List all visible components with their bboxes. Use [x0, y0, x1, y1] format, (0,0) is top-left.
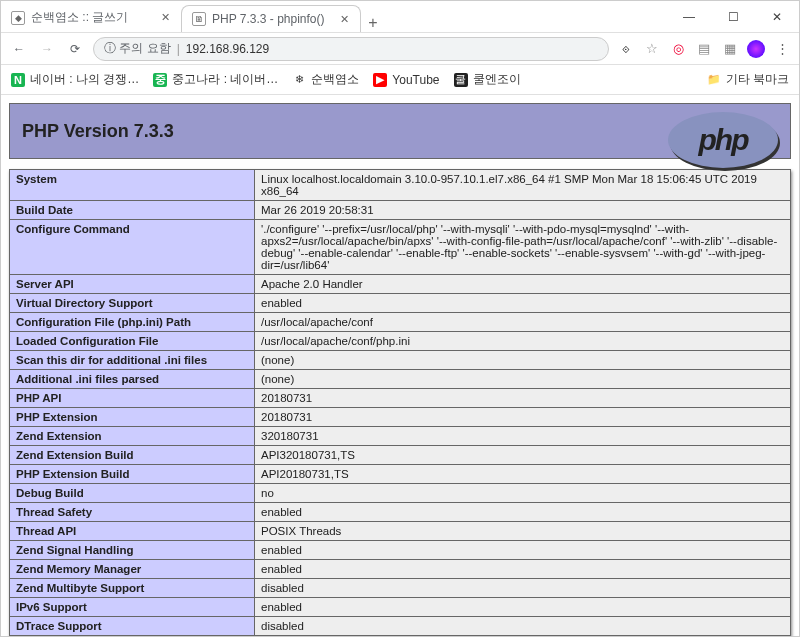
info-value: /usr/local/apache/conf — [255, 313, 791, 332]
info-key: IPv6 Support — [10, 598, 255, 617]
info-value: API320180731,TS — [255, 446, 791, 465]
info-value: no — [255, 484, 791, 503]
bookmark-label: 네이버 : 나의 경쟁… — [30, 71, 139, 88]
info-value: Linux localhost.localdomain 3.10.0-957.1… — [255, 170, 791, 201]
divider-icon: | — [177, 42, 180, 56]
bookmark-label: YouTube — [392, 73, 439, 87]
info-value: disabled — [255, 579, 791, 598]
extension-icon[interactable]: ▤ — [695, 40, 713, 58]
bookmark-label: 중고나라 : 네이버… — [172, 71, 278, 88]
table-row: Loaded Configuration File/usr/local/apac… — [10, 332, 791, 351]
info-key: Zend Multibyte Support — [10, 579, 255, 598]
bookmark-favicon-icon: 쿨 — [454, 73, 468, 87]
window-controls: — ☐ ✕ — [667, 1, 799, 32]
minimize-button[interactable]: — — [667, 1, 711, 32]
info-value: enabled — [255, 503, 791, 522]
table-row: DTrace Supportdisabled — [10, 617, 791, 636]
info-value: enabled — [255, 294, 791, 313]
info-key: Loaded Configuration File — [10, 332, 255, 351]
info-value: /usr/local/apache/conf/php.ini — [255, 332, 791, 351]
favicon-icon: ◆ — [11, 11, 25, 25]
extension-icon[interactable]: ▦ — [721, 40, 739, 58]
table-row: Additional .ini files parsed(none) — [10, 370, 791, 389]
table-row: PHP Extension20180731 — [10, 408, 791, 427]
new-tab-button[interactable]: + — [361, 14, 385, 32]
table-row: Zend Signal Handlingenabled — [10, 541, 791, 560]
bookmark-item[interactable]: ▶YouTube — [373, 73, 439, 87]
info-value: enabled — [255, 560, 791, 579]
info-value: (none) — [255, 370, 791, 389]
bookmark-label: 쿨엔조이 — [473, 71, 521, 88]
page-content[interactable]: PHP Version 7.3.3 php SystemLinux localh… — [1, 95, 799, 637]
star-icon[interactable]: ☆ — [643, 40, 661, 58]
table-row: Scan this dir for additional .ini files(… — [10, 351, 791, 370]
table-row: Zend Multibyte Supportdisabled — [10, 579, 791, 598]
browser-tab-0[interactable]: ◆ 순백염소 :: 글쓰기 ✕ — [1, 3, 181, 32]
info-key: Zend Memory Manager — [10, 560, 255, 579]
window-close-button[interactable]: ✕ — [755, 1, 799, 32]
browser-tab-1[interactable]: 🗎 PHP 7.3.3 - phpinfo() ✕ — [181, 5, 361, 32]
close-icon[interactable]: ✕ — [338, 13, 350, 25]
extension-icon[interactable]: ◎ — [669, 40, 687, 58]
translate-icon[interactable]: ⟐ — [617, 40, 635, 58]
menu-icon[interactable]: ⋮ — [773, 40, 791, 58]
address-bar: ← → ⟳ ⓘ 주의 요함 | 192.168.96.129 ⟐ ☆ ◎ ▤ ▦… — [1, 33, 799, 65]
table-row: SystemLinux localhost.localdomain 3.10.0… — [10, 170, 791, 201]
window-titlebar: ◆ 순백염소 :: 글쓰기 ✕ 🗎 PHP 7.3.3 - phpinfo() … — [1, 1, 799, 33]
bookmark-bar: N네이버 : 나의 경쟁… 중중고나라 : 네이버… ❄순백염소 ▶YouTub… — [1, 65, 799, 95]
avatar-icon[interactable] — [747, 40, 765, 58]
url-text: 192.168.96.129 — [186, 42, 269, 56]
table-row: PHP Extension BuildAPI20180731,TS — [10, 465, 791, 484]
info-value: POSIX Threads — [255, 522, 791, 541]
info-key: Additional .ini files parsed — [10, 370, 255, 389]
info-value: Mar 26 2019 20:58:31 — [255, 201, 791, 220]
info-value: disabled — [255, 617, 791, 636]
table-row: Build DateMar 26 2019 20:58:31 — [10, 201, 791, 220]
table-row: Thread Safetyenabled — [10, 503, 791, 522]
favicon-icon: 🗎 — [192, 12, 206, 26]
info-key: Build Date — [10, 201, 255, 220]
info-key: Scan this dir for additional .ini files — [10, 351, 255, 370]
php-version-title: PHP Version 7.3.3 — [22, 121, 174, 142]
table-row: Debug Buildno — [10, 484, 791, 503]
info-key: Virtual Directory Support — [10, 294, 255, 313]
info-key: Thread API — [10, 522, 255, 541]
bookmark-favicon-icon: N — [11, 73, 25, 87]
info-key: Configuration File (php.ini) Path — [10, 313, 255, 332]
bookmark-item[interactable]: 쿨쿨엔조이 — [454, 71, 521, 88]
info-value: 20180731 — [255, 389, 791, 408]
info-value: API20180731,TS — [255, 465, 791, 484]
reload-button[interactable]: ⟳ — [65, 39, 85, 59]
bookmark-item[interactable]: N네이버 : 나의 경쟁… — [11, 71, 139, 88]
extension-icons: ⟐ ☆ ◎ ▤ ▦ ⋮ — [617, 40, 791, 58]
bookmark-item[interactable]: 중중고나라 : 네이버… — [153, 71, 278, 88]
bookmark-item[interactable]: ❄순백염소 — [292, 71, 359, 88]
close-icon[interactable]: ✕ — [159, 12, 171, 24]
table-row: Virtual Directory Supportenabled — [10, 294, 791, 313]
php-logo-text: php — [699, 123, 748, 157]
info-value: (none) — [255, 351, 791, 370]
info-value: 20180731 — [255, 408, 791, 427]
info-value: './configure' '--prefix=/usr/local/php' … — [255, 220, 791, 275]
info-value: enabled — [255, 598, 791, 617]
table-row: Zend Extension BuildAPI320180731,TS — [10, 446, 791, 465]
table-row: Zend Extension320180731 — [10, 427, 791, 446]
php-header-panel: PHP Version 7.3.3 php — [9, 103, 791, 159]
info-key: Debug Build — [10, 484, 255, 503]
folder-icon: 📁 — [707, 73, 721, 87]
info-key: Configure Command — [10, 220, 255, 275]
bookmark-favicon-icon: 중 — [153, 73, 167, 87]
info-key: System — [10, 170, 255, 201]
other-bookmarks[interactable]: 📁기타 북마크 — [707, 71, 789, 88]
table-row: IPv6 Supportenabled — [10, 598, 791, 617]
table-row: Configure Command'./configure' '--prefix… — [10, 220, 791, 275]
info-key: PHP Extension Build — [10, 465, 255, 484]
info-key: Zend Extension — [10, 427, 255, 446]
maximize-button[interactable]: ☐ — [711, 1, 755, 32]
bookmark-favicon-icon: ❄ — [292, 73, 306, 87]
back-button[interactable]: ← — [9, 39, 29, 59]
omnibox[interactable]: ⓘ 주의 요함 | 192.168.96.129 — [93, 37, 609, 61]
forward-button[interactable]: → — [37, 39, 57, 59]
security-chip: ⓘ 주의 요함 — [104, 40, 171, 57]
table-row: PHP API20180731 — [10, 389, 791, 408]
